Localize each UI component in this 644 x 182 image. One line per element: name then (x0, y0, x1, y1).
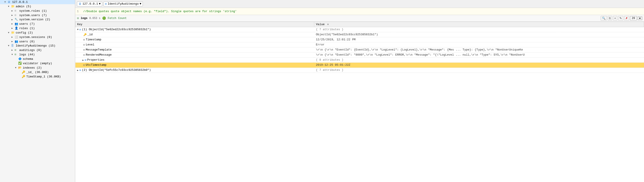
sidebar-item-schema[interactable]: ▶ 🔷 schema (0, 57, 75, 61)
role-icon: 👤 (14, 26, 18, 30)
sidebar-item-system-users[interactable]: ▶ ⊞ system.users (7) (0, 13, 75, 17)
sidebar-item-server[interactable]: ▼ 🖥 127.0.0.1 (0, 0, 75, 4)
collection-icon-logs: ⊞ (14, 53, 18, 56)
table-row: ▶⊞(2) ObjectId("5dfc55c7c03cc925385832b0… (76, 68, 644, 73)
expand-arrow-config[interactable]: ▼ (8, 32, 11, 34)
row-expand-arrow[interactable]: ▶ (77, 69, 79, 72)
row-value-text: { 7 attributes } (316, 68, 344, 72)
row-value-text: \r\n {\r\n "EventId": "8000",\r\n "LogLe… (316, 53, 524, 57)
table-cell-value: ObjectId("5e02ed22c03cc925385832b1") (314, 32, 644, 37)
table-cell-value: \r\n {\r\n "EventId": {EventId},\r\n "Lo… (314, 47, 644, 53)
sidebar-auditlogs-label: auditLogs (0) (19, 49, 74, 52)
row-icon: 🔑 (84, 33, 87, 36)
query-bar: 1 //Double quotes quote object names (e.… (75, 8, 644, 15)
db-icon-iam: 🗄 (11, 44, 15, 47)
key-icon-id: 🔑 (22, 70, 26, 74)
copy-button[interactable]: ⎘ (608, 16, 612, 20)
sidebar-logs-label: logs (44) (19, 53, 74, 56)
table-cell-key: ▼⊞(1) ObjectId("5e02ed22c03cc925385832b1… (76, 27, 314, 32)
row-key-text: (1) ObjectId("5e02ed22c03cc925385832b1") (82, 28, 151, 31)
table-cell-key: ▶⊞Properties (76, 58, 314, 63)
sidebar-schema-label: schema (23, 57, 74, 61)
fetch-count-button[interactable]: Fetch Count (108, 16, 127, 20)
row-value-text: \r\n {\r\n "EventId": {EventId},\r\n "Lo… (316, 48, 523, 51)
search-results-button[interactable]: 🔍 (601, 16, 607, 20)
sidebar-config-label: config (2) (16, 31, 74, 34)
sidebar-server-label: 127.0.0.1 (12, 0, 74, 4)
expand-arrow-iam[interactable]: ▼ (8, 45, 11, 47)
expand-arrow-sysusers[interactable]: ▶ (12, 14, 14, 16)
sidebar-item-logs[interactable]: ▼ ⊞ logs (44) (0, 52, 75, 57)
results-collection-label: logs (80, 16, 87, 20)
toolbar: 🖥 127.0.0.1 ▼ ⊞ IdentifyAuditmongo ▼ (75, 0, 644, 8)
table-cell-key: ▶⊞(2) ObjectId("5dfc55c7c03cc925385832b0… (76, 68, 314, 73)
sidebar-item-identifyauditmongo[interactable]: ▼ 🗄 IdentifyAuditmongo (15) (0, 44, 75, 48)
expand-arrow-sysver[interactable]: ▶ (12, 18, 14, 21)
sidebar-item-config[interactable]: ▼ 📁 config (2) (0, 30, 75, 35)
delete-document-button[interactable]: ✗ (624, 16, 629, 20)
sidebar-item-roles[interactable]: ▶ 👤 roles (1) (0, 26, 75, 30)
row-icon: ⊡ (84, 53, 85, 57)
table-cell-value: \r\n {\r\n "EventId": "8000",\r\n "LogLe… (314, 53, 644, 58)
server-dropdown-arrow[interactable]: ▼ (99, 2, 100, 5)
sidebar-item-indexes[interactable]: ▼ 📂 indexes (2) (0, 66, 75, 70)
db-selector[interactable]: ⊞ IdentifyAuditmongo ▼ (104, 1, 143, 6)
sidebar-item-auditlogs[interactable]: ▶ ⊞ auditLogs (0) (0, 48, 75, 52)
table-cell-key: ⊡Timestamp (76, 37, 314, 42)
row-value-text: 2019-12-25 05:01:22Z (316, 63, 350, 67)
expand-arrow-admin[interactable]: ▼ (8, 5, 11, 8)
row-expand-arrow[interactable]: ▼ (77, 28, 79, 31)
sidebar-item-system-version[interactable]: ▶ 🔧 system.version (2) (0, 17, 75, 22)
expand-arrow-roles[interactable]: ▶ (12, 27, 14, 30)
sidebar-item-id-index[interactable]: ▶ 🔑 _id_ (36.0KB) (0, 70, 75, 74)
sidebar-item-system-sessions[interactable]: ▶ ⬜ system.sessions (0) (0, 35, 75, 39)
sidebar: ▼ 🖥 127.0.0.1 ▼ 📁 admin (5) ▶ ⊞ system.r… (0, 0, 75, 182)
sidebar-admin-label: admin (5) (16, 5, 74, 8)
results-collection-icon: ⊞ (77, 16, 79, 20)
row-key-text: _id (88, 33, 93, 36)
sidebar-item-users-config[interactable]: ▶ 👥 users (0) (0, 39, 75, 44)
sidebar-item-system-roles[interactable]: ▶ ⊞ system.roles (1) (0, 9, 75, 13)
sidebar-item-validator[interactable]: ▶ ✅ validator (empty) (0, 61, 75, 66)
query-comment-text: //Double quotes quote object names (e.g.… (83, 10, 237, 13)
expand-arrow-users-config[interactable]: ▶ (12, 40, 14, 43)
add-document-button[interactable]: + (613, 16, 618, 20)
expand-arrow-indexes[interactable]: ▼ (15, 67, 18, 69)
sidebar-item-admin[interactable]: ▼ 📁 admin (5) (0, 4, 75, 9)
expand-arrow-sessions[interactable]: ▶ (12, 36, 14, 38)
table-row: ⊡MessageTemplate\r\n {\r\n "EventId": {E… (76, 47, 644, 53)
server-db-icon: 🖥 (78, 2, 82, 6)
table-row: ⊡RenderedMessage\r\n {\r\n "EventId": "8… (76, 53, 644, 58)
sidebar-item-timestamp-index[interactable]: ▶ 🔑 TimeStamp_1 (36.0KB) (0, 74, 75, 79)
db-dropdown-arrow[interactable]: ▼ (140, 2, 141, 5)
sysver-icon: 🔧 (14, 18, 18, 21)
row-key-text: Properties (87, 58, 104, 62)
user-icon-config: 👥 (14, 40, 18, 43)
pagination-dropdown[interactable]: ▼ (638, 16, 642, 20)
row-value-text: Error (316, 43, 324, 46)
collection-icon-sysroles: ⊞ (14, 9, 18, 12)
sort-icon[interactable]: ⬆ (327, 23, 329, 26)
sidebar-item-users-admin[interactable]: ▶ 👥 users (7) (0, 22, 75, 26)
server-selector[interactable]: 🖥 127.0.0.1 ▼ (77, 1, 102, 6)
table-row: ⊡Timestamp12/25/2019, 12:01:22 PM (76, 37, 644, 42)
row-expand-arrow[interactable]: ▶ (82, 59, 84, 62)
expand-arrow-auditlogs[interactable]: ▶ (12, 49, 14, 51)
row-icon: ⊡ (84, 64, 85, 67)
row-value-text: ObjectId("5e02ed22c03cc925385832b1") (316, 33, 378, 36)
sidebar-sysver-label: system.version (2) (19, 18, 74, 21)
expand-arrow-server[interactable]: ▼ (4, 1, 8, 3)
expand-arrow-sysroles[interactable]: ▶ (12, 9, 14, 12)
edit-document-button[interactable]: ✎ (618, 16, 623, 20)
row-key-text: Level (86, 43, 94, 46)
sidebar-ts-index-label: TimeStamp_1 (36.0KB) (26, 75, 74, 78)
expand-arrow-users-admin[interactable]: ▶ (12, 22, 14, 25)
sidebar-indexes-label: indexes (2) (23, 66, 74, 70)
row-icon: ⊞ (80, 69, 81, 72)
collection-icon-auditlogs: ⊞ (14, 48, 18, 52)
expand-arrow-logs[interactable]: ▼ (12, 53, 14, 56)
table-row: 🔑_idObjectId("5e02ed22c03cc925385832b1") (76, 32, 644, 37)
sessions-icon: ⬜ (14, 35, 18, 39)
folder-icon-config: 📁 (11, 31, 15, 34)
server-label: 127.0.0.1 (82, 2, 98, 5)
